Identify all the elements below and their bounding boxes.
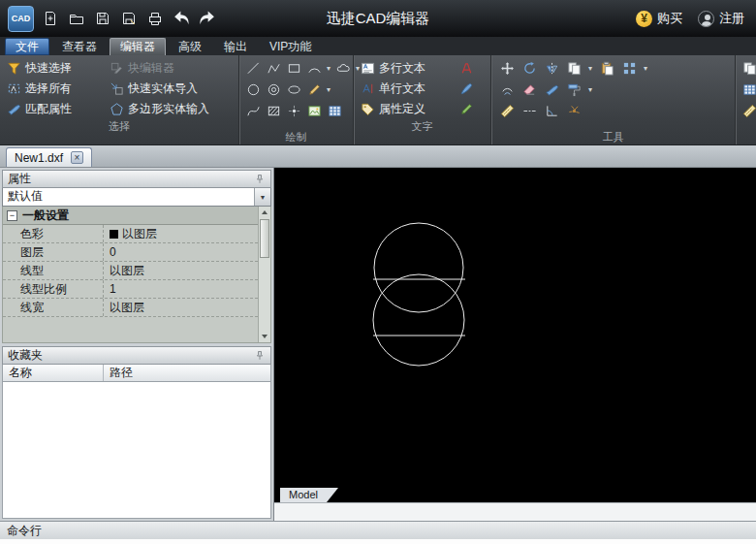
property-scrollbar[interactable] (258, 207, 270, 342)
attribute-edit-button[interactable] (457, 100, 476, 119)
format-painter-button[interactable] (542, 80, 561, 100)
draw-circle-button[interactable] (243, 80, 263, 100)
fill-roller-button[interactable] (564, 80, 583, 100)
erase-icon (522, 82, 537, 97)
pin-icon[interactable] (254, 350, 266, 362)
draw-point-button[interactable] (284, 102, 303, 121)
tab-advanced[interactable]: 高级 (169, 38, 211, 55)
mtext-button[interactable]: 多行文本 (358, 59, 457, 79)
tab-output[interactable]: 输出 (214, 38, 257, 55)
favorites-list[interactable] (2, 382, 271, 519)
save-button[interactable] (91, 6, 114, 31)
entity-import-icon (110, 81, 124, 96)
scroll-up-icon[interactable] (259, 207, 270, 218)
ribbon-group-tools: ▾ ▾ ▾ 工具 (490, 55, 735, 144)
polygon-entity-input-button[interactable]: 多边形实体输入 (107, 100, 235, 119)
text-group-label: 文字 (358, 119, 487, 134)
draw-freehand-button[interactable] (304, 80, 324, 100)
ellipse-icon (287, 82, 301, 97)
erase-button[interactable] (520, 80, 539, 100)
favorites-name-column[interactable]: 名称 (3, 365, 104, 381)
clipped-measure-icon (742, 104, 756, 118)
preset-dropdown[interactable]: 默认值 ▼ (2, 188, 271, 207)
array-dropdown-icon[interactable]: ▾ (642, 64, 649, 73)
draw-spline-button[interactable] (243, 102, 263, 121)
collapse-icon[interactable]: − (7, 210, 17, 221)
property-row-linetype-scale[interactable]: 线型比例 1 (3, 280, 258, 299)
quick-entity-import-button[interactable]: 快速实体导入 (107, 80, 235, 99)
draw-arc-button[interactable] (304, 59, 324, 79)
draw-revcloud-button[interactable] (333, 59, 353, 79)
dropdown-arrow-icon[interactable]: ▼ (254, 188, 270, 206)
clipped-tool-button-3[interactable] (740, 102, 756, 121)
line-icon (246, 61, 261, 76)
draw-donut-button[interactable] (264, 80, 283, 100)
linetype-edit-button[interactable] (520, 102, 539, 121)
insert-table-button[interactable] (325, 102, 344, 121)
undo-icon (172, 9, 191, 28)
text-edit-button[interactable] (457, 80, 476, 99)
match-properties-button[interactable]: 匹配属性 (4, 100, 107, 119)
document-tab[interactable]: New1.dxf × (6, 147, 92, 167)
drawing-canvas[interactable]: Model (274, 168, 756, 502)
explode-button[interactable] (564, 102, 583, 121)
tab-viewer[interactable]: 查看器 (52, 38, 107, 55)
clipped-tool-button-2[interactable] (740, 80, 756, 100)
copy-button[interactable] (564, 59, 583, 79)
property-row-color[interactable]: 色彩 以图层 (3, 225, 258, 243)
arc-dropdown-icon[interactable]: ▾ (325, 64, 332, 73)
undo-button[interactable] (170, 6, 193, 31)
register-button[interactable]: 注册 (698, 10, 744, 27)
select-all-button[interactable]: 选择所有 (4, 80, 107, 99)
redo-button[interactable] (196, 6, 219, 31)
tab-vip[interactable]: VIP功能 (260, 38, 321, 55)
draw-hatch-button[interactable] (264, 102, 283, 121)
text-style-button[interactable] (457, 59, 476, 79)
menu-bar: 文件 查看器 编辑器 高级 输出 VIP功能 (0, 37, 756, 55)
close-tab-icon[interactable]: × (71, 151, 83, 164)
mirror-button[interactable] (542, 59, 561, 79)
angle-measure-button[interactable] (542, 102, 561, 121)
scroll-down-icon[interactable] (259, 331, 270, 342)
property-section-row[interactable]: − 一般设置 (3, 207, 258, 225)
command-line-header[interactable]: 命令行 (0, 521, 756, 539)
draw-rectangle-button[interactable] (284, 59, 303, 79)
attribute-define-button[interactable]: 属性定义 (358, 100, 457, 119)
move-button[interactable] (497, 59, 517, 79)
insert-image-button[interactable] (304, 102, 324, 121)
scrollbar-thumb[interactable] (260, 219, 269, 258)
command-line-input-area[interactable] (0, 539, 756, 544)
offset-button[interactable] (497, 80, 517, 100)
draw-line-button[interactable] (243, 59, 263, 79)
buy-button[interactable]: ¥ 购买 (636, 10, 682, 27)
stext-button[interactable]: 单行文本 (358, 80, 457, 99)
explode-icon (567, 104, 582, 118)
measure-button[interactable] (497, 102, 517, 121)
save-as-button[interactable] (117, 6, 141, 31)
property-value: 1 (110, 280, 116, 298)
draw-polyline-button[interactable] (264, 59, 283, 79)
draw-ellipse-button[interactable] (284, 80, 303, 100)
property-row-linetype[interactable]: 线型 以图层 (3, 262, 258, 280)
rotate-button[interactable] (520, 59, 539, 79)
favorites-path-column[interactable]: 路径 (104, 365, 133, 381)
tab-file[interactable]: 文件 (5, 38, 49, 55)
clipped-tool-button-1[interactable] (740, 59, 756, 79)
quick-select-button[interactable]: 快速选择 (4, 59, 107, 79)
freehand-dropdown-icon[interactable]: ▾ (325, 85, 332, 94)
pin-icon[interactable] (254, 174, 266, 185)
print-button[interactable] (143, 6, 167, 31)
property-row-layer[interactable]: 图层 0 (3, 243, 258, 262)
new-file-button[interactable] (39, 6, 62, 31)
document-tab-label: New1.dxf (15, 151, 63, 165)
copy-dropdown-icon[interactable]: ▾ (586, 64, 594, 73)
open-file-button[interactable] (65, 6, 88, 31)
block-editor-button[interactable]: 块编辑器 (107, 59, 235, 79)
cad-editor-window: CAD 迅捷CAD编辑器 ¥ 购买 注册 文件 查看器 编辑器 高级 输 (0, 0, 756, 544)
array-button[interactable] (619, 59, 639, 79)
property-row-lineweight[interactable]: 线宽 以图层 (3, 299, 258, 317)
tab-editor[interactable]: 编辑器 (110, 38, 166, 55)
paste-button[interactable] (597, 59, 616, 79)
roller-dropdown-icon[interactable]: ▾ (586, 85, 594, 94)
green-pencil-icon (459, 102, 474, 116)
